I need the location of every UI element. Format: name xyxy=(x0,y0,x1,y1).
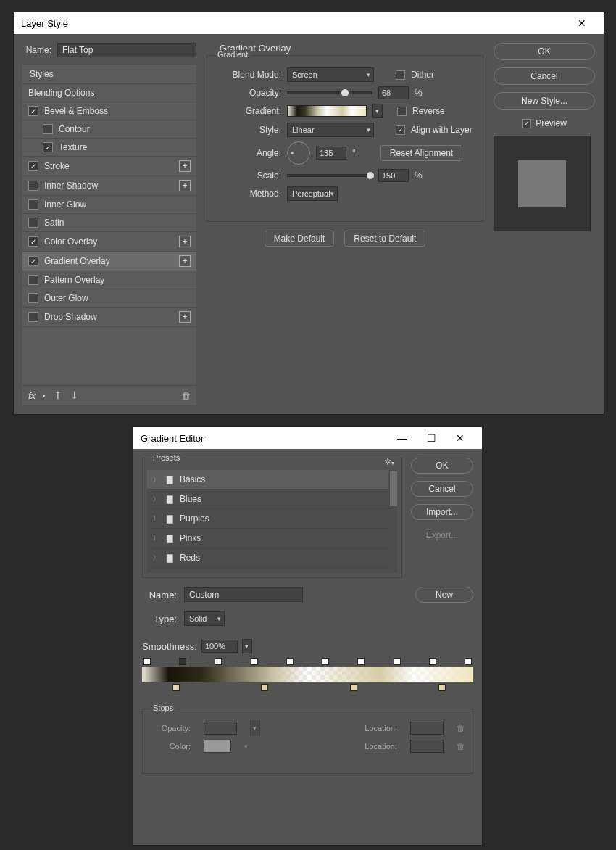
preset-folder-reds[interactable]: 〉▇Reds xyxy=(147,548,397,568)
trash-icon[interactable]: 🗑 xyxy=(181,390,191,401)
editor-ok-button[interactable]: OK xyxy=(411,458,473,474)
scale-slider[interactable] xyxy=(287,174,372,177)
style-checkbox[interactable] xyxy=(43,142,53,152)
close-icon[interactable]: ✕ xyxy=(446,432,475,444)
style-checkbox[interactable] xyxy=(28,106,38,116)
opacity-input[interactable] xyxy=(378,86,409,99)
opacity-stop[interactable] xyxy=(429,658,436,665)
smoothness-dropdown-icon[interactable] xyxy=(242,639,252,653)
styles-header[interactable]: Styles xyxy=(22,65,196,84)
style-checkbox[interactable] xyxy=(28,199,38,210)
preview-checkbox[interactable] xyxy=(522,119,531,128)
export-button[interactable]: Export... xyxy=(411,527,473,543)
opacity-stop[interactable] xyxy=(394,658,401,665)
stop-opacity-dropdown-icon[interactable] xyxy=(250,721,260,735)
style-checkbox[interactable] xyxy=(28,161,38,171)
add-effect-icon[interactable]: + xyxy=(179,180,191,191)
color-dropdown-icon[interactable]: ▾ xyxy=(244,743,248,750)
opacity-stop[interactable] xyxy=(143,658,151,665)
gear-icon[interactable]: ✲▾ xyxy=(384,457,394,467)
color-stops-row[interactable] xyxy=(142,684,473,691)
ok-button[interactable]: OK xyxy=(494,43,595,60)
opacity-slider[interactable] xyxy=(287,91,372,94)
opacity-stops-row[interactable] xyxy=(142,658,473,665)
delete-color-stop-icon[interactable]: 🗑 xyxy=(457,741,465,751)
reverse-checkbox[interactable] xyxy=(397,107,407,116)
editor-cancel-button[interactable]: Cancel xyxy=(411,481,473,497)
import-button[interactable]: Import... xyxy=(411,504,473,520)
style-row-color-overlay[interactable]: Color Overlay+ xyxy=(22,232,196,252)
arrow-up-icon[interactable]: 🠕 xyxy=(53,390,62,401)
make-default-button[interactable]: Make Default xyxy=(265,231,335,247)
align-layer-checkbox[interactable] xyxy=(396,125,405,135)
add-effect-icon[interactable]: + xyxy=(179,236,191,247)
style-row-outer-glow[interactable]: Outer Glow xyxy=(22,289,196,308)
preset-folder-blues[interactable]: 〉▇Blues xyxy=(147,490,397,509)
style-row-stroke[interactable]: Stroke+ xyxy=(22,157,196,176)
minimize-icon[interactable]: — xyxy=(388,432,417,444)
stop-color-swatch[interactable] xyxy=(204,740,231,753)
stop-opacity-location-input[interactable] xyxy=(410,722,444,735)
style-row-texture[interactable]: Texture xyxy=(22,139,196,157)
maximize-icon[interactable]: ☐ xyxy=(417,432,446,444)
style-row-inner-glow[interactable]: Inner Glow xyxy=(22,196,196,214)
opacity-stop[interactable] xyxy=(179,658,186,665)
new-button[interactable]: New xyxy=(415,587,473,603)
type-select[interactable]: Solid xyxy=(184,611,225,626)
style-checkbox[interactable] xyxy=(28,181,38,191)
style-checkbox[interactable] xyxy=(28,218,38,228)
color-stop[interactable] xyxy=(261,684,268,691)
style-row-inner-shadow[interactable]: Inner Shadow+ xyxy=(22,176,196,196)
opacity-stop[interactable] xyxy=(322,658,329,665)
preset-folder-basics[interactable]: 〉▇Basics xyxy=(147,470,397,490)
color-stop[interactable] xyxy=(350,684,357,691)
cancel-button[interactable]: Cancel xyxy=(494,67,595,85)
gradient-dropdown-icon[interactable] xyxy=(372,104,383,118)
arrow-down-icon[interactable]: 🠗 xyxy=(70,390,79,401)
reset-default-button[interactable]: Reset to Default xyxy=(344,231,425,247)
scale-input[interactable] xyxy=(378,169,409,182)
stop-color-location-input[interactable] xyxy=(410,740,444,753)
style-row-pattern-overlay[interactable]: Pattern Overlay xyxy=(22,271,196,289)
angle-input[interactable] xyxy=(316,147,346,160)
method-select[interactable]: Perceptual xyxy=(287,186,338,201)
dither-checkbox[interactable] xyxy=(396,70,405,80)
fx-icon[interactable]: fx xyxy=(28,390,36,401)
new-style-button[interactable]: New Style... xyxy=(494,92,595,110)
style-checkbox[interactable] xyxy=(28,236,38,247)
style-checkbox[interactable] xyxy=(28,293,38,303)
stop-opacity-input[interactable] xyxy=(204,722,237,735)
color-stop[interactable] xyxy=(172,684,180,691)
style-select[interactable]: Linear xyxy=(287,123,374,137)
smoothness-input[interactable] xyxy=(201,640,238,653)
style-checkbox[interactable] xyxy=(28,275,38,285)
opacity-stop[interactable] xyxy=(215,658,222,665)
add-effect-icon[interactable]: + xyxy=(179,255,191,267)
add-effect-icon[interactable]: + xyxy=(179,160,191,172)
style-row-drop-shadow[interactable]: Drop Shadow+ xyxy=(22,308,196,327)
style-row-gradient-overlay[interactable]: Gradient Overlay+ xyxy=(22,252,196,271)
style-row-bevel-emboss[interactable]: Bevel & Emboss xyxy=(22,102,196,120)
style-row-contour[interactable]: Contour xyxy=(22,120,196,139)
gradient-name-input[interactable] xyxy=(184,587,303,602)
color-stop[interactable] xyxy=(438,684,446,691)
delete-opacity-stop-icon[interactable]: 🗑 xyxy=(457,723,465,733)
style-checkbox[interactable] xyxy=(28,312,38,322)
gradient-swatch[interactable] xyxy=(287,105,367,117)
preset-folder-purples[interactable]: 〉▇Purples xyxy=(147,509,397,529)
angle-dial[interactable] xyxy=(287,141,310,165)
style-checkbox[interactable] xyxy=(28,256,38,266)
preset-folder-pinks[interactable]: 〉▇Pinks xyxy=(147,529,397,548)
opacity-stop[interactable] xyxy=(286,658,294,665)
style-checkbox[interactable] xyxy=(43,124,53,134)
add-effect-icon[interactable]: + xyxy=(179,311,191,323)
close-icon[interactable]: ✕ xyxy=(567,17,596,29)
reset-alignment-button[interactable]: Reset Alignment xyxy=(380,145,462,161)
opacity-stop[interactable] xyxy=(357,658,365,665)
gradient-strip[interactable] xyxy=(142,667,473,682)
opacity-stop[interactable] xyxy=(251,658,258,665)
opacity-stop[interactable] xyxy=(465,658,472,665)
style-row-satin[interactable]: Satin xyxy=(22,214,196,232)
preset-scrollbar[interactable] xyxy=(388,470,397,573)
blending-options-row[interactable]: Blending Options xyxy=(22,84,196,102)
